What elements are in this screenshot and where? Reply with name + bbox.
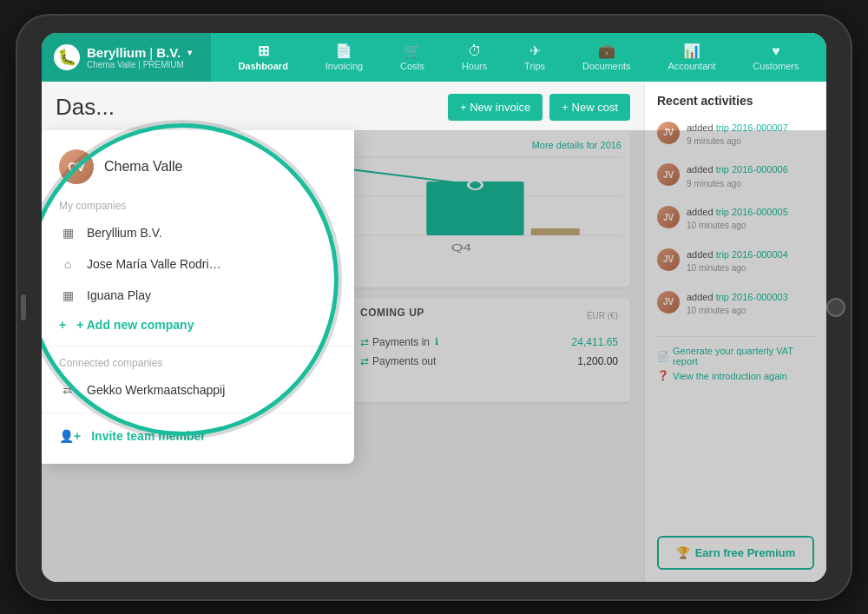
accountant-icon: 📊 bbox=[683, 43, 700, 59]
company-name-suffix: B.V. bbox=[156, 45, 181, 60]
nav-items-list: ⊞ Dashboard 📄 Invoicing 🛒 Costs ⏱ Hours … bbox=[211, 33, 826, 82]
brand-logo: 🐛 bbox=[54, 44, 80, 70]
company-name-separator: | bbox=[149, 45, 153, 60]
nav-item-accountant[interactable]: 📊 Accountant bbox=[661, 33, 722, 82]
jose-name: Jose María Valle Rodri… bbox=[87, 257, 221, 271]
nav-label-invoicing: Invoicing bbox=[326, 61, 363, 71]
recent-activities-title: Recent activities bbox=[657, 94, 814, 108]
nav-label-hours: Hours bbox=[462, 61, 487, 71]
nav-item-customers[interactable]: ♥ Customers bbox=[746, 33, 806, 82]
tablet-left-button bbox=[21, 294, 26, 320]
new-invoice-button[interactable]: + New invoice bbox=[448, 94, 542, 121]
page-header: Das... + New invoice + New cost bbox=[56, 94, 630, 121]
company-name-bold: Beryllium bbox=[87, 45, 146, 60]
nav-label-documents: Documents bbox=[582, 61, 631, 71]
dropdown-divider bbox=[42, 346, 354, 347]
company-dropdown: CV Chema Valle My companies ▦ Beryllium … bbox=[42, 130, 354, 464]
beryllium-name: Beryllium B.V. bbox=[87, 226, 162, 240]
iguana-name: Iguana Play bbox=[87, 288, 151, 302]
hours-icon: ⏱ bbox=[468, 43, 482, 59]
gekko-name: Gekko Werkmaatschappij bbox=[87, 383, 225, 397]
jose-icon: ⌂ bbox=[59, 255, 76, 273]
nav-label-dashboard: Dashboard bbox=[238, 61, 287, 71]
connected-companies-label: Connected companies bbox=[42, 353, 354, 374]
nav-item-trips[interactable]: ✈ Trips bbox=[517, 33, 552, 82]
nav-label-accountant: Accountant bbox=[667, 61, 715, 71]
new-cost-button[interactable]: + New cost bbox=[549, 94, 630, 121]
add-company-icon: + bbox=[59, 318, 66, 332]
nav-item-dashboard[interactable]: ⊞ Dashboard bbox=[231, 33, 294, 82]
brand-name: Beryllium | B.V. ▾ bbox=[87, 45, 192, 60]
gekko-icon: ⇄ bbox=[59, 381, 76, 399]
top-navigation: 🐛 Beryllium | B.V. ▾ Chema Valle | PREMI… bbox=[42, 33, 826, 82]
nav-item-hours[interactable]: ⏱ Hours bbox=[455, 33, 494, 82]
nav-item-costs[interactable]: 🛒 Costs bbox=[393, 33, 431, 82]
company-iguana[interactable]: ▦ Iguana Play bbox=[42, 280, 354, 311]
brand-subtitle: Chema Valle | PREMIUM bbox=[87, 60, 192, 69]
add-company-label: + Add new company bbox=[76, 318, 194, 332]
iguana-icon: ▦ bbox=[59, 287, 76, 304]
brand-text: Beryllium | B.V. ▾ Chema Valle | PREMIUM bbox=[87, 45, 192, 69]
nav-label-trips: Trips bbox=[524, 61, 545, 71]
invoicing-icon: 📄 bbox=[335, 43, 352, 59]
user-avatar: CV bbox=[59, 149, 94, 184]
tablet-right-button bbox=[826, 298, 845, 317]
trips-icon: ✈ bbox=[529, 43, 541, 59]
my-companies-label: My companies bbox=[42, 196, 354, 217]
invite-icon: 👤+ bbox=[59, 429, 81, 443]
dropdown-chevron-icon: ▾ bbox=[187, 48, 192, 57]
company-jose[interactable]: ⌂ Jose María Valle Rodri… bbox=[42, 248, 354, 280]
nav-label-costs: Costs bbox=[400, 61, 424, 71]
invite-label: Invite team member bbox=[91, 429, 206, 443]
user-name: Chema Valle bbox=[104, 159, 182, 175]
dashboard-icon: ⊞ bbox=[258, 43, 269, 59]
beryllium-icon: ▦ bbox=[59, 224, 76, 241]
dropdown-user-header: CV Chema Valle bbox=[42, 142, 354, 196]
costs-icon: 🛒 bbox=[404, 43, 421, 59]
nav-label-customers: Customers bbox=[753, 61, 799, 71]
company-gekko[interactable]: ⇄ Gekko Werkmaatschappij bbox=[42, 374, 354, 406]
nav-item-documents[interactable]: 💼 Documents bbox=[575, 33, 638, 82]
page-title: Das... bbox=[56, 94, 115, 121]
nav-item-invoicing[interactable]: 📄 Invoicing bbox=[319, 33, 370, 82]
documents-icon: 💼 bbox=[598, 43, 615, 59]
header-buttons: + New invoice + New cost bbox=[448, 94, 630, 121]
add-company-button[interactable]: + + Add new company bbox=[42, 311, 354, 339]
invite-team-member-button[interactable]: 👤+ Invite team member bbox=[42, 420, 354, 452]
main-content: Das... + New invoice + New cost More det… bbox=[42, 82, 826, 582]
customers-icon: ♥ bbox=[772, 43, 780, 59]
company-beryllium[interactable]: ▦ Beryllium B.V. bbox=[42, 217, 354, 248]
dropdown-divider-2 bbox=[42, 413, 354, 413]
brand-section[interactable]: 🐛 Beryllium | B.V. ▾ Chema Valle | PREMI… bbox=[42, 33, 211, 82]
